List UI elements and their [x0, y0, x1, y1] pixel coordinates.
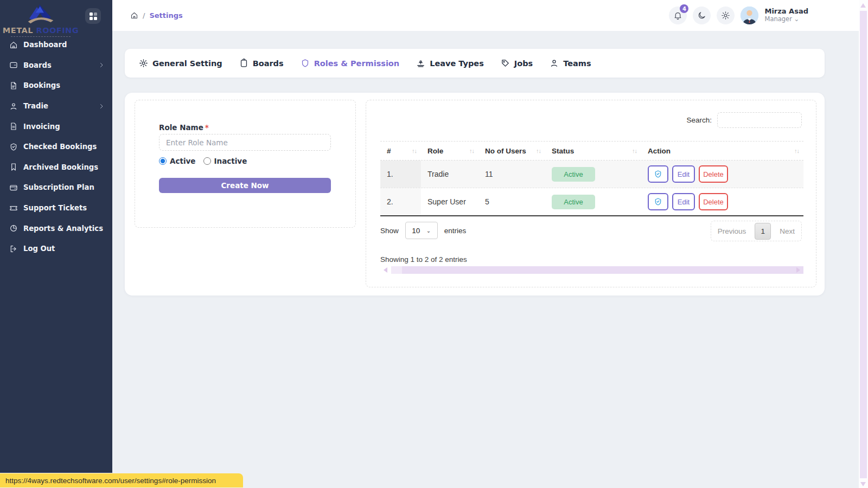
chevron-right-icon — [98, 103, 105, 110]
sidebar-item-archived-bookings[interactable]: Archived Bookings — [0, 157, 112, 178]
sidebar-item-label: Support Tickets — [23, 204, 87, 212]
sidebar-item-support-tickets[interactable]: Support Tickets — [0, 198, 112, 219]
breadcrumb-current[interactable]: Settings — [149, 11, 182, 20]
horizontal-scrollbar[interactable] — [380, 266, 803, 274]
dark-mode-button[interactable] — [693, 7, 711, 24]
sidebar-item-label: Subscription Plan — [23, 183, 94, 191]
sidebar-item-dashboard[interactable]: Dashboard — [0, 35, 112, 55]
chevron-right-icon — [98, 62, 105, 68]
column-header-index[interactable]: #↑↓ — [380, 142, 421, 160]
scrollbar-thumb[interactable] — [860, 11, 867, 478]
create-now-button[interactable]: Create Now — [159, 178, 331, 193]
table-row: 2. Super User 5 Active Edit Delete — [380, 188, 803, 216]
scrollbar-track[interactable] — [391, 266, 793, 274]
invoice-icon — [9, 122, 18, 131]
scrollbar-thumb[interactable] — [402, 266, 803, 274]
sidebar-item-subscription-plan[interactable]: Subscription Plan — [0, 177, 112, 198]
row-actions: Edit Delete — [648, 165, 728, 183]
column-header-action[interactable]: Action↑↓ — [641, 142, 803, 160]
delete-button[interactable]: Delete — [699, 193, 728, 210]
roles-table: #↑↓ Role↑↓ No of Users↑↓ Status↑↓ Action… — [380, 141, 803, 216]
permissions-button[interactable] — [648, 193, 668, 210]
logout-icon — [9, 245, 18, 253]
page-number-button[interactable]: 1 — [755, 223, 771, 240]
tab-label: Teams — [563, 59, 591, 68]
radio-active-input[interactable] — [159, 157, 167, 165]
tab-boards[interactable]: Boards — [239, 59, 284, 68]
scroll-left-arrow-icon[interactable] — [384, 267, 387, 273]
sidebar-item-log-out[interactable]: Log Out — [0, 239, 112, 259]
table-row: 1. Tradie 11 Active Edit Delete — [380, 160, 803, 188]
user-menu[interactable]: Mirza Asad Manager ⌄ — [764, 8, 808, 23]
sidebar-item-invoicing[interactable]: Invoicing — [0, 116, 112, 137]
role-name-input[interactable] — [159, 134, 331, 151]
page-size-select[interactable]: 10 ⌄ — [405, 222, 438, 239]
breadcrumb: / Settings — [130, 0, 183, 31]
sidebar-item-boards[interactable]: Boards — [0, 55, 112, 76]
sidebar-item-label: Log Out — [23, 245, 55, 253]
table-info-text: Showing 1 to 2 of 2 entries — [380, 255, 467, 264]
shield-icon — [301, 59, 310, 68]
user-avatar[interactable] — [741, 7, 758, 24]
document-icon — [9, 81, 18, 90]
edit-button[interactable]: Edit — [672, 165, 695, 183]
sidebar-item-checked-bookings[interactable]: Checked Bookings — [0, 137, 112, 157]
role-name-label: Role Name* — [159, 123, 209, 132]
tab-general-setting[interactable]: General Setting — [139, 59, 222, 68]
sidebar-item-reports-analytics[interactable]: Reports & Analytics — [0, 218, 112, 239]
permissions-button[interactable] — [648, 165, 668, 183]
radio-active-label: Active — [170, 157, 196, 165]
entries-label: entries — [444, 227, 467, 235]
header-actions: 4 Mirza Asad Manager ⌄ — [669, 0, 808, 31]
show-label: Show — [380, 227, 399, 235]
search-input[interactable] — [717, 112, 802, 128]
tab-jobs[interactable]: Jobs — [501, 59, 533, 68]
tab-label: Roles & Permission — [314, 59, 400, 68]
sort-icon: ↑↓ — [536, 147, 541, 154]
scroll-down-arrow-icon[interactable] — [860, 482, 866, 486]
moon-icon — [697, 11, 706, 20]
row-index: 1. — [380, 160, 421, 188]
vertical-scrollbar[interactable] — [859, 0, 868, 488]
sidebar-toggle-button[interactable] — [85, 8, 101, 24]
sidebar-item-label: Archived Bookings — [23, 163, 98, 171]
clipboard-icon — [239, 59, 248, 68]
logo-text: METAL ROOFING — [0, 26, 81, 35]
link-status-bar: https://4ways.redtechsoftware.com/user/s… — [0, 473, 243, 487]
previous-page-button[interactable]: Previous — [718, 227, 746, 235]
radio-inactive[interactable]: Inactive — [203, 157, 247, 165]
sidebar-item-bookings[interactable]: Bookings — [0, 75, 112, 96]
chevron-down-icon: ⌄ — [794, 15, 800, 23]
radio-active[interactable]: Active — [159, 157, 196, 165]
scroll-right-arrow-icon[interactable] — [796, 267, 800, 273]
grid-icon — [89, 12, 98, 21]
scroll-up-arrow-icon[interactable] — [860, 3, 866, 8]
leave-vacation-icon — [416, 59, 425, 68]
metal-roofing-logo-icon — [27, 3, 55, 26]
app-logo[interactable]: METAL ROOFING — [0, 3, 81, 38]
notifications-button[interactable]: 4 — [669, 7, 687, 24]
column-header-status[interactable]: Status↑↓ — [545, 142, 641, 160]
sort-icon: ↑↓ — [632, 147, 637, 154]
pagination: Previous 1 Next — [711, 221, 802, 241]
settings-button[interactable] — [717, 7, 735, 24]
row-users: 5 — [478, 188, 545, 215]
edit-button[interactable]: Edit — [672, 193, 695, 210]
column-header-role[interactable]: Role↑↓ — [421, 142, 478, 160]
delete-button[interactable]: Delete — [699, 165, 728, 183]
tab-teams[interactable]: Teams — [550, 59, 591, 68]
avatar-illustration — [741, 7, 758, 24]
tab-roles-permission[interactable]: Roles & Permission — [301, 59, 400, 68]
sidebar-item-label: Checked Bookings — [23, 143, 97, 151]
page-size-value: 10 — [412, 227, 420, 235]
next-page-button[interactable]: Next — [780, 227, 795, 235]
radio-inactive-input[interactable] — [203, 157, 211, 165]
tab-leave-types[interactable]: Leave Types — [416, 59, 484, 68]
gear-icon — [721, 11, 730, 20]
column-header-users[interactable]: No of Users↑↓ — [478, 142, 545, 160]
sidebar-item-tradie[interactable]: Tradie — [0, 96, 112, 117]
sidebar-item-label: Reports & Analytics — [23, 224, 103, 233]
user-role: Manager ⌄ — [764, 16, 808, 23]
breadcrumb-home-icon[interactable] — [130, 11, 138, 20]
status-badge: Active — [552, 167, 595, 182]
